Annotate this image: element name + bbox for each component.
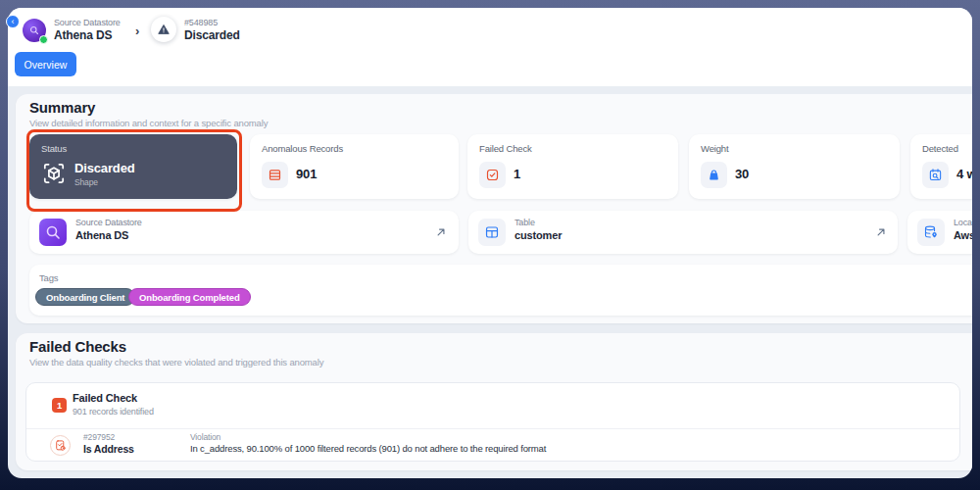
status-label: Status bbox=[41, 143, 67, 154]
summary-subtitle: View detailed information and context fo… bbox=[29, 118, 268, 128]
location-link-card[interactable]: Location AwsDataCatalog bbox=[907, 211, 972, 254]
status-dot bbox=[39, 35, 48, 44]
breadcrumb-label: #548985 bbox=[184, 18, 240, 28]
table-link-card[interactable]: Table customer bbox=[468, 211, 898, 254]
failed-check-card: Failed Check 1 bbox=[467, 134, 678, 199]
magnifier-icon bbox=[28, 24, 40, 36]
link-value: customer bbox=[514, 229, 562, 241]
status-value: Discarded bbox=[74, 161, 135, 175]
calendar-search-icon bbox=[922, 162, 949, 188]
failed-check-count-badge: 1 bbox=[52, 398, 67, 413]
metric-label: Anomalous Records bbox=[262, 143, 343, 154]
link-label: Source Datastore bbox=[75, 218, 142, 227]
violation-text: In c_address, 90.100% of 1000 filtered r… bbox=[190, 443, 546, 454]
checkbox-check-icon bbox=[479, 162, 506, 188]
summary-title: Summary bbox=[29, 99, 95, 116]
detected-card: Detected 4 weeks ago bbox=[910, 134, 972, 199]
external-link-icon[interactable] bbox=[434, 225, 448, 239]
breadcrumb-source-datastore[interactable]: Source Datastore Athena DS bbox=[23, 18, 121, 42]
metric-label: Detected bbox=[922, 143, 958, 154]
anomaly-type: Shape bbox=[74, 177, 98, 187]
breadcrumb-separator: › bbox=[135, 24, 139, 38]
tag-onboarding-client[interactable]: Onboarding Client bbox=[35, 288, 135, 306]
datastore-icon bbox=[39, 219, 67, 246]
weight-icon bbox=[701, 162, 727, 188]
metric-label: Failed Check bbox=[479, 143, 532, 154]
header: Source Datastore Athena DS › #548985 Dis… bbox=[8, 8, 972, 86]
metric-value: 1 bbox=[514, 167, 520, 181]
check-clock-icon bbox=[50, 435, 71, 456]
metric-label: Weight bbox=[701, 143, 729, 154]
failed-checks-title: Failed Checks bbox=[29, 338, 126, 355]
app-window: Source Datastore Athena DS › #548985 Dis… bbox=[8, 8, 972, 478]
back-button[interactable]: ‹ bbox=[6, 15, 20, 28]
failed-check-row[interactable]: #297952 Is Address Violation In c_addres… bbox=[26, 429, 959, 462]
tag-onboarding-completed[interactable]: Onboarding Completed bbox=[128, 288, 251, 306]
breadcrumb-label: Source Datastore bbox=[54, 18, 121, 28]
failed-check-header-title: Failed Check bbox=[73, 392, 137, 404]
datastore-logo-icon bbox=[23, 19, 46, 42]
metric-value: 30 bbox=[735, 167, 749, 181]
breadcrumb-anomaly[interactable]: #548985 Discarded bbox=[151, 17, 240, 42]
tags-label: Tags bbox=[39, 272, 58, 283]
failed-checks-section: Failed Checks View the data quality chec… bbox=[16, 333, 972, 470]
link-label: Location bbox=[954, 218, 972, 227]
link-value: AwsDataCatalog bbox=[954, 229, 972, 241]
status-card[interactable]: Status Discarded Shape bbox=[29, 134, 237, 199]
metric-value: 901 bbox=[296, 167, 317, 181]
tab-overview[interactable]: Overview bbox=[15, 52, 76, 76]
failed-checks-list: 1 Failed Check 901 records identified #2… bbox=[25, 382, 960, 462]
check-name: Is Address bbox=[83, 443, 134, 455]
rows-icon bbox=[262, 162, 288, 188]
anomalous-records-card: Anomalous Records 901 bbox=[250, 134, 459, 199]
tags-card: Tags Onboarding Client Onboarding Comple… bbox=[29, 265, 972, 316]
link-value: Athena DS bbox=[75, 229, 128, 241]
violation-label: Violation bbox=[190, 432, 220, 442]
weight-card: Weight 30 bbox=[689, 134, 900, 199]
failed-check-header-subtitle: 901 records identified bbox=[73, 407, 154, 416]
breadcrumb-value: Athena DS bbox=[54, 28, 121, 42]
summary-section: Summary View detailed information and co… bbox=[16, 94, 972, 323]
failed-checks-subtitle: View the data quality checks that were v… bbox=[29, 357, 323, 368]
breadcrumb-value: Discarded bbox=[184, 28, 240, 42]
metric-value: 4 weeks ago bbox=[956, 167, 972, 181]
database-pin-icon bbox=[917, 219, 945, 246]
check-id: #297952 bbox=[83, 432, 115, 442]
source-datastore-link-card[interactable]: Source Datastore Athena DS bbox=[29, 211, 459, 254]
link-label: Table bbox=[514, 218, 535, 227]
table-icon bbox=[478, 219, 506, 246]
shape-anomaly-icon bbox=[41, 161, 67, 190]
anomaly-warning-icon bbox=[151, 17, 176, 42]
external-link-icon[interactable] bbox=[874, 225, 888, 239]
